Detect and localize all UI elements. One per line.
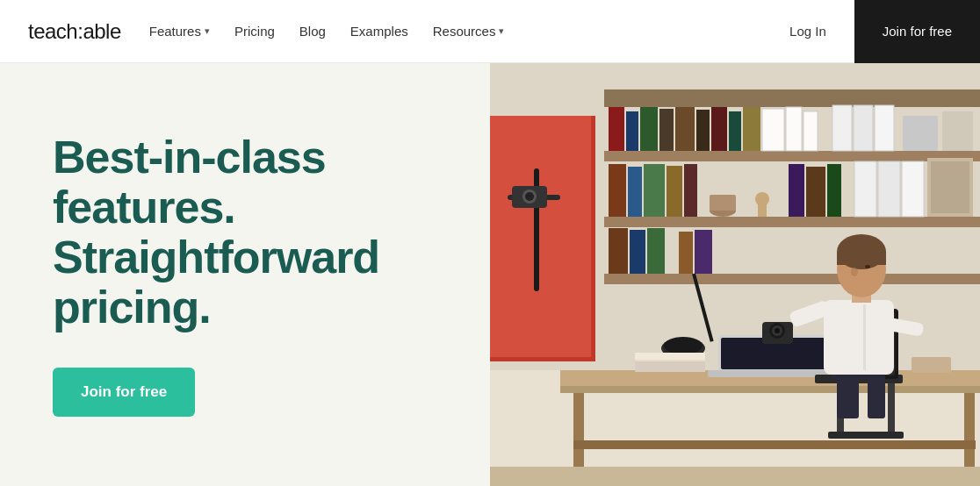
svg-rect-10 <box>640 107 658 151</box>
svg-rect-29 <box>903 116 938 151</box>
hero-headline: Best-in-class features. Straightforward … <box>53 132 455 333</box>
nav-links: Features ▾ Pricing Blog Examples Resourc… <box>149 24 505 39</box>
navbar: teach:able Features ▾ Pricing Blog Examp… <box>0 0 980 63</box>
svg-rect-54 <box>679 232 693 274</box>
svg-rect-65 <box>560 386 980 393</box>
svg-rect-50 <box>931 161 969 213</box>
svg-rect-52 <box>630 230 645 274</box>
hero-illustration <box>490 63 980 486</box>
svg-rect-16 <box>743 107 760 151</box>
svg-rect-27 <box>875 105 894 151</box>
svg-rect-30 <box>942 111 973 151</box>
join-button-nav[interactable]: Join for free <box>854 0 980 63</box>
svg-rect-7 <box>604 274 980 284</box>
svg-rect-31 <box>609 164 626 217</box>
svg-point-63 <box>664 337 703 354</box>
svg-rect-5 <box>604 151 980 161</box>
nav-blog-label: Blog <box>299 24 326 39</box>
nav-item-features[interactable]: Features ▾ <box>149 24 210 39</box>
navbar-left: teach:able Features ▾ Pricing Blog Examp… <box>0 19 761 44</box>
svg-rect-82 <box>828 432 904 439</box>
svg-rect-4 <box>604 89 980 107</box>
svg-rect-9 <box>626 111 638 151</box>
svg-rect-51 <box>609 228 628 274</box>
svg-point-95 <box>865 265 870 268</box>
svg-rect-32 <box>628 167 642 217</box>
svg-point-60 <box>525 192 534 201</box>
svg-rect-89 <box>863 304 866 370</box>
svg-rect-17 <box>762 109 784 151</box>
svg-rect-42 <box>827 164 841 217</box>
chevron-down-icon-resources: ▾ <box>499 25 504 37</box>
nav-item-examples[interactable]: Examples <box>350 24 408 39</box>
svg-rect-93 <box>837 252 886 265</box>
nav-examples-label: Examples <box>350 24 408 39</box>
svg-rect-15 <box>729 111 741 151</box>
nav-item-resources[interactable]: Resources ▾ <box>433 24 505 39</box>
svg-rect-86 <box>837 375 859 418</box>
svg-rect-19 <box>786 107 802 151</box>
svg-rect-23 <box>832 105 852 151</box>
svg-rect-81 <box>888 383 895 436</box>
chevron-down-icon: ▾ <box>205 25 210 37</box>
svg-rect-43 <box>854 161 876 217</box>
svg-rect-41 <box>806 167 825 217</box>
svg-rect-33 <box>644 164 665 217</box>
svg-rect-73 <box>635 353 705 360</box>
svg-rect-55 <box>695 230 712 274</box>
svg-rect-6 <box>604 217 980 227</box>
login-button[interactable]: Log In <box>761 0 854 63</box>
svg-point-100 <box>775 328 780 333</box>
svg-rect-102 <box>490 467 980 486</box>
nav-item-pricing[interactable]: Pricing <box>234 24 275 39</box>
hero-section: Best-in-class features. Straightforward … <box>0 63 980 486</box>
svg-rect-39 <box>758 204 767 217</box>
svg-rect-8 <box>609 107 624 151</box>
nav-features-label: Features <box>149 24 201 39</box>
logo-text: teach:able <box>28 19 121 43</box>
svg-rect-45 <box>878 161 900 217</box>
svg-rect-14 <box>711 107 727 151</box>
svg-rect-87 <box>868 375 885 418</box>
svg-rect-35 <box>684 164 697 217</box>
nav-resources-label: Resources <box>433 24 496 39</box>
hero-cta-button[interactable]: Join for free <box>53 368 195 417</box>
svg-rect-25 <box>854 105 873 151</box>
hero-content: Best-in-class features. Straightforward … <box>0 80 490 470</box>
svg-point-94 <box>851 268 858 276</box>
svg-rect-37 <box>710 195 736 211</box>
svg-rect-53 <box>647 228 665 274</box>
svg-rect-3 <box>490 116 591 357</box>
svg-rect-34 <box>667 166 682 217</box>
nav-pricing-label: Pricing <box>234 24 275 39</box>
svg-rect-40 <box>789 164 804 217</box>
svg-rect-88 <box>824 300 894 375</box>
svg-rect-68 <box>573 440 976 449</box>
svg-rect-13 <box>696 110 710 151</box>
svg-rect-47 <box>902 161 924 217</box>
svg-rect-11 <box>659 109 674 151</box>
svg-rect-78 <box>912 357 951 373</box>
svg-rect-74 <box>635 361 705 372</box>
logo[interactable]: teach:able <box>28 19 121 44</box>
nav-item-blog[interactable]: Blog <box>299 24 326 39</box>
navbar-right: Log In Join for free <box>761 0 980 63</box>
svg-rect-21 <box>803 111 818 151</box>
hero-image <box>490 63 980 486</box>
svg-rect-12 <box>675 107 695 151</box>
